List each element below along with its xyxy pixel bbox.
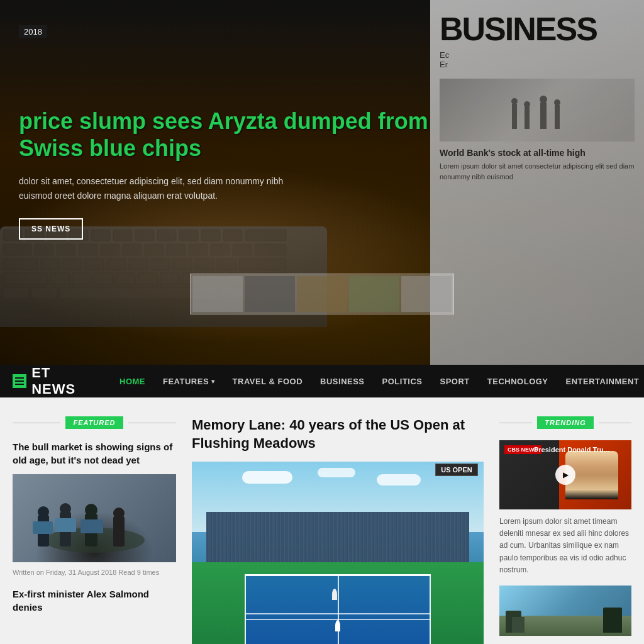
- featured-article-title: The bull market is showing signs of old …: [13, 440, 176, 467]
- svg-rect-73: [80, 519, 103, 533]
- featured-img-people: [13, 506, 176, 562]
- trending-badge: TRENDING: [537, 416, 593, 429]
- main-content: FEATURED The bull market is showing sign…: [0, 397, 644, 644]
- nav-item-home[interactable]: HOME: [111, 365, 154, 397]
- hero-thumb-5[interactable]: [401, 276, 452, 312]
- featured-header: FEATURED: [13, 416, 176, 429]
- nav-item-technology[interactable]: TECHNOLOGY: [479, 365, 557, 397]
- navbar-nav: HOME FEATURES TRAVEL & FOOD BUSINESS POL…: [111, 365, 644, 397]
- nav-item-features[interactable]: FEATURES: [154, 365, 224, 397]
- featured-article-meta: Written on Friday, 31 August 2018 Read 9…: [13, 569, 176, 576]
- trending-image-2[interactable]: [499, 586, 631, 636]
- nav-item-politics[interactable]: POLITICS: [374, 365, 431, 397]
- featured-article-image[interactable]: [13, 474, 176, 562]
- trending-video-description: Lorem ipsum dolor sit amet timeam deleni…: [499, 516, 631, 576]
- center-article-image: // Generate crowd dots inline via CSS: [192, 462, 484, 644]
- hero-thumb-2[interactable]: [245, 276, 295, 312]
- tennis-court: // Generate crowd dots inline via CSS: [192, 462, 484, 644]
- trending-video[interactable]: CBS NEWS President Donald Tru... ▶: [499, 440, 631, 509]
- hero-year: 2018: [19, 25, 47, 38]
- svg-point-65: [60, 503, 71, 514]
- hero-section: BUSINESS Ec Er World Bank's stock at all…: [0, 0, 644, 365]
- featured-header-line-left: [13, 423, 60, 423]
- trending-header: TRENDING: [499, 416, 631, 429]
- svg-point-68: [85, 504, 97, 516]
- video-title: President Donald Tru...: [534, 445, 626, 454]
- featured-sidebar: FEATURED The bull market is showing sign…: [13, 416, 176, 644]
- navbar: ET NEWS HOME FEATURES TRAVEL & FOOD BUSI…: [0, 365, 644, 397]
- center-column: Memory Lane: 40 years of the US Open at …: [192, 416, 484, 644]
- trending-header-line-left: [499, 423, 532, 423]
- hero-thumb-1[interactable]: [192, 276, 243, 312]
- svg-point-70: [113, 508, 125, 519]
- nav-item-business[interactable]: BUSINESS: [311, 365, 373, 397]
- hero-headline: price slump sees Aryzta dumped from Swis…: [19, 108, 459, 162]
- featured-header-line-right: [128, 423, 176, 423]
- hero-thumb-4[interactable]: [349, 276, 399, 312]
- hero-thumb-3[interactable]: [297, 276, 347, 312]
- featured-article-title2: Ex-first minister Alex Salmond denies: [13, 587, 176, 614]
- video-play-button[interactable]: ▶: [555, 465, 575, 485]
- nav-item-entertainment[interactable]: ENTERTAINMENT: [557, 365, 644, 397]
- logo-icon: [13, 374, 26, 388]
- svg-rect-71: [33, 521, 53, 534]
- navbar-logo[interactable]: ET NEWS: [13, 365, 79, 397]
- hero-thumbnails: [190, 274, 454, 314]
- svg-point-62: [38, 506, 49, 518]
- hero-description: dolor sit amet, consectetuer adipiscing …: [19, 174, 302, 203]
- nav-item-travel[interactable]: TRAVEL & FOOD: [224, 365, 311, 397]
- hero-cta-button[interactable]: SS NEWS: [19, 218, 83, 240]
- featured-badge: FEATURED: [65, 416, 123, 429]
- logo-text: ET NEWS: [31, 365, 79, 397]
- svg-rect-69: [113, 516, 125, 547]
- svg-rect-72: [55, 518, 76, 532]
- trending-sidebar: TRENDING CBS NEWS President Donald Tru..…: [499, 416, 631, 644]
- center-article-title: Memory Lane: 40 years of the US Open at …: [192, 416, 484, 452]
- trending-header-line-right: [599, 423, 631, 423]
- nav-item-sport[interactable]: SPORT: [431, 365, 479, 397]
